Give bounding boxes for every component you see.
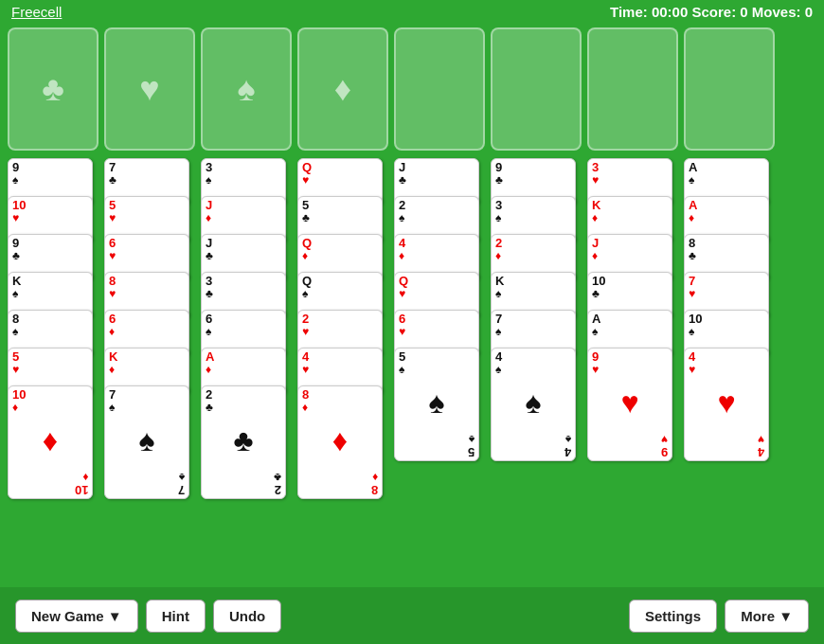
undo-button[interactable]: Undo bbox=[213, 599, 281, 633]
column-1[interactable]: 9♠10♥9♣K♠8♠5♥10♦♦10♦ bbox=[8, 158, 99, 499]
table-row[interactable]: 7♠♠7♠ bbox=[104, 385, 189, 499]
free-cell-3[interactable]: ♠ bbox=[201, 27, 292, 151]
free-cell-2[interactable]: ♥ bbox=[104, 27, 195, 151]
table-row[interactable]: 8♦♦8♦ bbox=[297, 385, 383, 499]
table-row[interactable]: 10♦♦10♦ bbox=[8, 385, 93, 499]
foundation-4[interactable] bbox=[684, 27, 775, 151]
top-row: ♣ ♥ ♠ ♦ bbox=[8, 27, 816, 151]
hint-button[interactable]: Hint bbox=[146, 599, 206, 633]
table-row[interactable]: 9♥♥9♥ bbox=[587, 348, 672, 461]
column-2[interactable]: 7♣5♥6♥8♥6♦K♦7♠♠7♠ bbox=[104, 158, 195, 499]
more-button[interactable]: More ▼ bbox=[725, 599, 809, 633]
foundation-2[interactable] bbox=[491, 27, 582, 151]
stats-display: Time: 00:00 Score: 0 Moves: 0 bbox=[610, 4, 813, 20]
settings-button[interactable]: Settings bbox=[629, 599, 717, 633]
column-6[interactable]: 9♣3♠2♦K♠7♠4♠♠4♠ bbox=[491, 158, 582, 461]
new-game-button[interactable]: New Game ▼ bbox=[15, 599, 138, 633]
table-row[interactable]: 4♠♠4♠ bbox=[491, 348, 576, 461]
column-3[interactable]: 3♠J♦J♣3♣6♠A♦2♣♣2♣ bbox=[201, 158, 292, 499]
column-4[interactable]: Q♥5♣Q♦Q♠2♥4♥8♦♦8♦ bbox=[297, 158, 388, 499]
table-row[interactable]: 2♣♣2♣ bbox=[201, 385, 286, 499]
foundation-1[interactable] bbox=[394, 27, 485, 151]
column-8[interactable]: A♠A♦8♣7♥10♠4♥♥4♥ bbox=[684, 158, 775, 461]
table-row[interactable]: 4♥♥4♥ bbox=[684, 348, 769, 461]
game-title[interactable]: Freecell bbox=[11, 4, 62, 20]
free-cell-1[interactable]: ♣ bbox=[8, 27, 99, 151]
foundation-3[interactable] bbox=[587, 27, 678, 151]
free-cell-4[interactable]: ♦ bbox=[297, 27, 388, 151]
column-7[interactable]: 3♥K♦J♦10♣A♠9♥♥9♥ bbox=[587, 158, 678, 461]
table-row[interactable]: 5♠♠5♠ bbox=[394, 348, 479, 461]
columns-area: 9♠10♥9♣K♠8♠5♥10♦♦10♦7♣5♥6♥8♥6♦K♦7♠♠7♠3♠J… bbox=[8, 158, 816, 499]
footer: New Game ▼ Hint Undo Settings More ▼ bbox=[0, 587, 824, 644]
column-5[interactable]: J♣2♠4♦Q♥6♥5♠♠5♠ bbox=[394, 158, 485, 461]
